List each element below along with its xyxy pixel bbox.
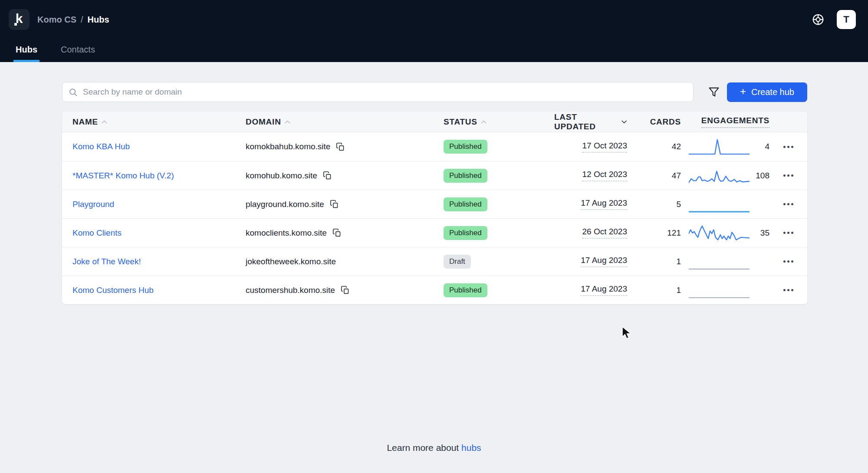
status-badge: Published bbox=[444, 197, 487, 211]
domain-text: playground.komo.site bbox=[246, 200, 324, 209]
cell-cards: 42 bbox=[632, 142, 685, 151]
status-badge: Draft bbox=[444, 255, 471, 269]
cell-last-updated: 26 Oct 2023 bbox=[554, 227, 632, 239]
table-body: Komo KBA Hubkomokbahub.komo.sitePublishe… bbox=[62, 132, 807, 304]
help-icon[interactable] bbox=[811, 12, 825, 27]
last-updated-date[interactable]: 17 Aug 2023 bbox=[581, 198, 627, 210]
column-header-engagements[interactable]: ENGAGEMENTS bbox=[685, 116, 769, 128]
copy-icon bbox=[330, 200, 339, 209]
topbar: k Komo CS / Hubs T HubsContacts bbox=[0, 0, 868, 62]
row-actions-button[interactable] bbox=[781, 228, 796, 237]
hub-link[interactable]: Joke of The Week! bbox=[72, 257, 141, 266]
status-badge: Published bbox=[444, 169, 487, 183]
domain-text: komoclients.komo.site bbox=[246, 228, 327, 238]
table-row: Komo KBA Hubkomokbahub.komo.sitePublishe… bbox=[62, 132, 807, 161]
column-label: CARDS bbox=[650, 117, 681, 127]
engagements-count: 35 bbox=[750, 228, 769, 238]
copy-icon bbox=[336, 142, 345, 151]
domain-text: jokeoftheweek.komo.site bbox=[246, 257, 336, 266]
last-updated-date[interactable]: 17 Aug 2023 bbox=[581, 256, 627, 267]
hub-link[interactable]: Komo Clients bbox=[72, 228, 122, 238]
mouse-cursor bbox=[621, 326, 633, 341]
breadcrumb-separator: / bbox=[81, 15, 83, 25]
filter-button[interactable] bbox=[708, 86, 720, 98]
copy-icon bbox=[341, 286, 350, 295]
komo-logo[interactable]: k bbox=[9, 9, 30, 30]
cell-cards: 1 bbox=[632, 286, 685, 295]
cell-name: Playground bbox=[62, 200, 246, 209]
search-input[interactable] bbox=[83, 87, 687, 97]
cell-engagements: 35 bbox=[685, 223, 769, 243]
hubs-table: NAMEDOMAINSTATUSLAST UPDATEDCARDSENGAGEM… bbox=[62, 112, 807, 304]
cell-actions bbox=[769, 257, 807, 266]
breadcrumb-page: Hubs bbox=[88, 15, 109, 25]
cell-domain: komohub.komo.site bbox=[246, 171, 444, 181]
row-actions-button[interactable] bbox=[781, 142, 796, 151]
main-content: + Create hub NAMEDOMAINSTATUSLAST UPDATE… bbox=[62, 82, 807, 304]
cell-engagements bbox=[685, 281, 769, 300]
column-header-last-updated[interactable]: LAST UPDATED bbox=[554, 112, 632, 131]
last-updated-date[interactable]: 12 Oct 2023 bbox=[582, 170, 627, 181]
plus-icon: + bbox=[740, 86, 746, 97]
row-actions-button[interactable] bbox=[781, 200, 796, 209]
breadcrumb-workspace[interactable]: Komo CS bbox=[37, 15, 76, 25]
status-badge: Published bbox=[444, 226, 487, 240]
cell-name: Komo Customers Hub bbox=[62, 286, 246, 295]
tab-contacts[interactable]: Contacts bbox=[59, 39, 97, 62]
learn-more: Learn more about hubs bbox=[0, 443, 868, 453]
cell-cards: 5 bbox=[632, 200, 685, 209]
hub-link[interactable]: Playground bbox=[72, 200, 114, 209]
engagements-sparkline bbox=[689, 223, 750, 243]
column-header-domain[interactable]: DOMAIN bbox=[246, 117, 444, 127]
copy-domain-button[interactable] bbox=[336, 142, 345, 151]
sparkline-wrap bbox=[689, 281, 750, 300]
table-row: Komo Customers Hubcustomershub.komo.site… bbox=[62, 276, 807, 304]
learn-more-text: Learn more about bbox=[387, 443, 459, 453]
cell-engagements: 4 bbox=[685, 137, 769, 156]
search-icon bbox=[69, 88, 78, 97]
sparkline-wrap bbox=[689, 223, 750, 243]
table-row: Playgroundplayground.komo.sitePublished1… bbox=[62, 190, 807, 218]
row-actions-button[interactable] bbox=[781, 286, 796, 295]
filter-icon bbox=[708, 86, 720, 98]
engagements-sparkline bbox=[689, 166, 750, 185]
sparkline-wrap bbox=[689, 195, 750, 214]
cell-name: Komo Clients bbox=[62, 228, 246, 238]
column-header-status[interactable]: STATUS bbox=[444, 117, 554, 127]
cell-engagements: 108 bbox=[685, 166, 769, 185]
row-actions-button[interactable] bbox=[781, 171, 796, 180]
copy-domain-button[interactable] bbox=[332, 228, 342, 237]
table-header-row: NAMEDOMAINSTATUSLAST UPDATEDCARDSENGAGEM… bbox=[62, 112, 807, 132]
cell-last-updated: 12 Oct 2023 bbox=[554, 170, 632, 181]
hub-link[interactable]: *MASTER* Komo Hub (V.2) bbox=[72, 171, 174, 181]
cell-actions bbox=[769, 228, 807, 237]
row-actions-button[interactable] bbox=[781, 257, 796, 266]
cell-name: Komo KBA Hub bbox=[62, 142, 246, 151]
table-row: Komo Clientskomoclients.komo.sitePublish… bbox=[62, 218, 807, 247]
copy-domain-button[interactable] bbox=[323, 171, 332, 180]
cell-status: Draft bbox=[444, 255, 554, 269]
cell-status: Published bbox=[444, 197, 554, 211]
search-box[interactable] bbox=[62, 82, 694, 102]
column-header-cards[interactable]: CARDS bbox=[632, 117, 685, 127]
column-label: STATUS bbox=[444, 117, 477, 127]
tab-hubs[interactable]: Hubs bbox=[13, 39, 39, 62]
copy-domain-button[interactable] bbox=[341, 286, 350, 295]
column-header-name[interactable]: NAME bbox=[62, 117, 246, 127]
cell-domain: jokeoftheweek.komo.site bbox=[246, 257, 444, 266]
last-updated-date[interactable]: 17 Oct 2023 bbox=[582, 141, 627, 153]
copy-domain-button[interactable] bbox=[330, 200, 339, 209]
learn-more-hubs-link[interactable]: hubs bbox=[461, 443, 481, 453]
last-updated-date[interactable]: 17 Aug 2023 bbox=[581, 284, 627, 296]
copy-icon bbox=[332, 228, 342, 237]
cell-name: Joke of The Week! bbox=[62, 257, 246, 266]
breadcrumb: Komo CS / Hubs bbox=[37, 15, 109, 25]
avatar[interactable]: T bbox=[837, 10, 856, 29]
create-hub-button[interactable]: + Create hub bbox=[727, 82, 807, 102]
domain-text: komohub.komo.site bbox=[246, 171, 317, 181]
last-updated-date[interactable]: 26 Oct 2023 bbox=[582, 227, 627, 239]
hub-link[interactable]: Komo KBA Hub bbox=[72, 142, 130, 151]
hub-link[interactable]: Komo Customers Hub bbox=[72, 286, 154, 295]
cell-cards: 47 bbox=[632, 171, 685, 181]
cell-status: Published bbox=[444, 226, 554, 240]
